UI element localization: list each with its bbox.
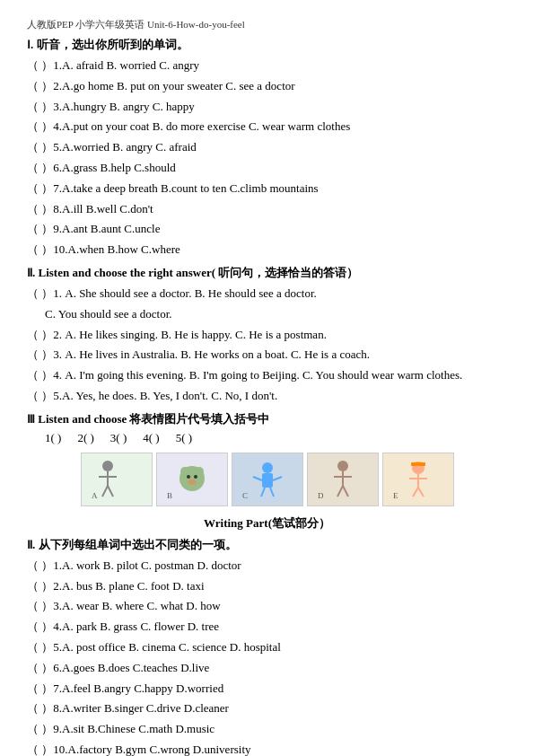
svg-line-23 — [337, 486, 343, 497]
list-item: （ ）2.A. bus B. plane C. foot D. taxi — [27, 577, 507, 596]
section-ii-write: Ⅱ. 从下列每组单词中选出不同类的一项。 （ ）1.A. work B. pil… — [27, 537, 507, 756]
list-item: （ ）5.A. Yes, he does. B. Yes, I don't. C… — [27, 387, 507, 406]
list-item: （ ）3. A. He lives in Australia. B. He wo… — [27, 346, 507, 365]
list-item: （ ）4.A.put on your coat B. do more exerc… — [27, 118, 507, 136]
header: 人教版PEP 小学六年级英语 Unit-6-How-do-you-feel — [27, 18, 507, 31]
list-item: （ ）5.A.worried B. angry C. afraid — [27, 138, 507, 157]
svg-line-31 — [418, 488, 424, 497]
list-item: （ ）6.A.goes B.does C.teaches D.live — [27, 659, 507, 678]
list-item: （ ）7.A.take a deep breath B.count to ten… — [27, 180, 507, 198]
list-item: （ ）4.A. park B. grass C. flower D. tree — [27, 618, 507, 637]
svg-line-24 — [343, 486, 348, 497]
number-item: 3( ) — [110, 431, 127, 445]
svg-point-9 — [187, 475, 190, 479]
list-item: （ ）5.A. post office B. cinema C. science… — [27, 638, 507, 657]
svg-point-0 — [102, 461, 113, 471]
svg-line-3 — [102, 486, 108, 497]
svg-point-8 — [195, 467, 204, 476]
list-item: （ ）7.A.feel B.angry C.happy D.worried — [27, 680, 507, 699]
section-ii-listen: Ⅱ. Listen and choose the right answer( 听… — [27, 265, 507, 406]
list-item: （ ）1.A. work B. pilot C. postman D. doct… — [27, 557, 507, 576]
list-item: （ ）2.A.go home B. put on your sweater C.… — [27, 77, 507, 96]
section-ii-listen-items: （ ）1. A. She should see a doctor. B. He … — [27, 285, 507, 406]
list-item: （ ）8.A.ill B.well C.don't — [27, 200, 507, 219]
number-item: 4( ) — [143, 431, 159, 445]
svg-point-7 — [180, 467, 189, 476]
svg-text:C: C — [242, 491, 248, 499]
svg-point-10 — [194, 475, 197, 479]
number-item: 2( ) — [77, 431, 93, 445]
header-title: 人教版PEP 小学六年级英语 Unit-6-How-do-you-feel — [27, 18, 507, 31]
list-item: （ ）3.A. wear B. where C. what D. how — [27, 597, 507, 616]
number-item: 5( ) — [176, 431, 192, 445]
image-box-d: D — [307, 453, 379, 506]
image-box-e: E — [382, 453, 454, 506]
section-i-items: （ ）1.A. afraid B. worried C. angry（ ）2.A… — [27, 57, 507, 259]
image-box-b: B — [156, 453, 228, 506]
image-box-c: C — [232, 453, 303, 506]
image-box-a: A — [81, 453, 153, 506]
section-ii-write-title: Ⅱ. 从下列每组单词中选出不同类的一项。 — [27, 537, 507, 553]
svg-point-13 — [262, 462, 273, 473]
list-item: （ ）9.A.sit B.Chinese C.math D.music — [27, 720, 507, 739]
list-item: （ ）6.A.grass B.help C.should — [27, 159, 507, 178]
svg-line-16 — [273, 477, 282, 480]
section-i: Ⅰ. 听音，选出你所听到的单词。 （ ）1.A. afraid B. worri… — [27, 37, 507, 259]
list-item: （ ）9.A.ant B.aunt C.uncle — [27, 220, 507, 239]
list-item: （ ）1. A. She should see a doctor. B. He … — [27, 285, 507, 303]
svg-text:D: D — [318, 491, 324, 499]
section-i-title: Ⅰ. 听音，选出你所听到的单词。 — [27, 37, 507, 53]
section-iii-listen: Ⅲ Listen and choose 将表情图片代号填入括号中 1( )2( … — [27, 411, 507, 506]
number-item: 1( ) — [45, 431, 61, 445]
svg-text:A: A — [92, 491, 98, 499]
numbers-row: 1( )2( )3( )4( )5( ) — [45, 431, 507, 445]
list-item: （ ）10.A.when B.how C.where — [27, 241, 507, 259]
svg-line-17 — [261, 488, 265, 497]
section-ii-write-items: （ ）1.A. work B. pilot C. postman D. doct… — [27, 557, 507, 756]
section-iii-listen-title: Ⅲ Listen and choose 将表情图片代号填入括号中 — [27, 411, 507, 427]
svg-text:B: B — [167, 491, 172, 499]
list-item: （ ）8.A.writer B.singer C.drive D.cleaner — [27, 699, 507, 718]
svg-rect-14 — [262, 473, 273, 488]
list-item-indent: C. You should see a doctor. — [45, 305, 507, 324]
svg-line-18 — [270, 488, 274, 497]
svg-line-4 — [108, 486, 113, 497]
list-item: （ ）3.A.hungry B. angry C. happy — [27, 98, 507, 117]
svg-line-15 — [253, 477, 262, 480]
list-item: （ ）10.A.factory B.gym C.wrong D.universi… — [27, 741, 507, 756]
list-item: （ ）4. A. I'm going this evening. B. I'm … — [27, 366, 507, 385]
list-item: （ ）2. A. He likes singing. B. He is happ… — [27, 326, 507, 345]
svg-text:E: E — [393, 491, 398, 499]
svg-point-11 — [188, 479, 197, 485]
svg-point-20 — [337, 461, 348, 471]
list-item: （ ）1.A. afraid B. worried C. angry — [27, 57, 507, 75]
writing-part-title: Writing Part(笔试部分） — [27, 515, 507, 532]
section-ii-listen-title: Ⅱ. Listen and choose the right answer( 听… — [27, 265, 507, 281]
svg-line-30 — [413, 488, 418, 497]
svg-rect-27 — [411, 462, 425, 466]
images-row: ABCDE — [27, 453, 507, 506]
